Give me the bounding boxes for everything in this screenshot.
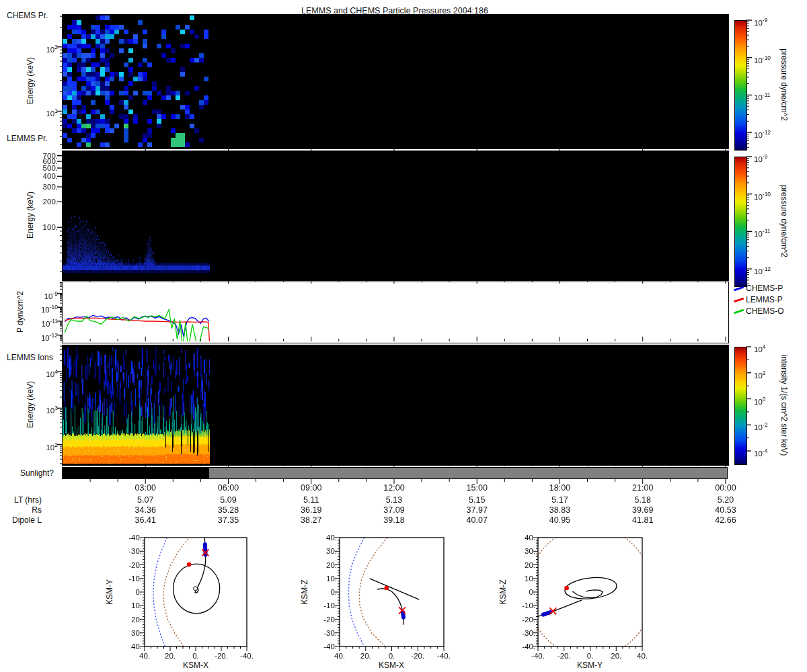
orbit-x-tick-label: -40. xyxy=(417,651,471,661)
colorbar-tick-label: 10-4 xyxy=(754,446,767,456)
orbit-y-tick-label: 10. xyxy=(494,574,535,583)
orbit-x-tick-label: 40. xyxy=(615,651,669,661)
series-chems-o xyxy=(65,310,208,349)
saturn-marker xyxy=(194,587,198,591)
ephemeris-value: 36.19 xyxy=(284,505,338,515)
orbit-y-tick-label: 20. xyxy=(295,560,337,570)
spacecraft-interval-marker xyxy=(403,612,404,617)
orbit-y-tick-label: -30. xyxy=(295,628,337,638)
colorbar-tick-label: 10-12 xyxy=(754,264,771,274)
time-tick-label: 15:00 xyxy=(450,483,504,493)
orbit-y-tick-label: 40. xyxy=(494,533,535,542)
ephemeris-value: 34.36 xyxy=(118,505,172,515)
series-lemms-p xyxy=(65,318,210,349)
orbit-y-tick-label: 30. xyxy=(100,628,142,638)
ephemeris-value: 42.66 xyxy=(699,515,753,525)
orbit-y-tick-label: 40. xyxy=(100,642,142,651)
ephemeris-value: 40.53 xyxy=(699,505,753,515)
ephemeris-value: 5.09 xyxy=(201,495,255,505)
y-axis-tick-label: 10-10 xyxy=(16,302,58,312)
ephemeris-value: 5.20 xyxy=(699,495,753,505)
ephemeris-value: 39.69 xyxy=(616,505,670,515)
y-axis-tick-label: 102 xyxy=(16,440,58,450)
orbit-y-tick-label: 0. xyxy=(494,587,535,597)
orbit-start-marker xyxy=(564,586,569,591)
y-axis-tick-label: 10-12 xyxy=(16,331,58,340)
ephemeris-value: 35.28 xyxy=(201,505,255,515)
orbit-start-marker xyxy=(187,562,192,567)
ephemeris-value: 41.81 xyxy=(616,515,670,525)
colorbar-tick-label: 10-11 xyxy=(754,226,770,236)
y-axis-tick-label: 300. xyxy=(16,182,58,192)
magnetopause xyxy=(359,538,387,646)
orbit-y-tick-label: 10. xyxy=(295,574,337,583)
orbit-y-tick-label: 10. xyxy=(100,601,142,610)
time-tick-label: 21:00 xyxy=(616,483,670,493)
orbit-y-tick-label: -30. xyxy=(100,546,142,556)
ephemeris-value: 39.18 xyxy=(367,515,421,525)
trajectory-ksmx-ksmy-group xyxy=(153,538,220,646)
ephemeris-value: 37.35 xyxy=(201,515,255,525)
ephemeris-value: 40.95 xyxy=(533,515,586,525)
orbit-line xyxy=(370,579,420,599)
orbit-y-tick-label: -20. xyxy=(494,615,535,624)
y-axis-tick-label: 10-11 xyxy=(16,317,58,326)
y-axis-tick-label: 200. xyxy=(16,197,58,206)
time-tick-label: 18:00 xyxy=(533,483,586,493)
orbit-y-tick-label: -30. xyxy=(494,628,535,638)
trajectory-ksmy-ksmz-group xyxy=(528,527,653,657)
ephemeris-value: 5.15 xyxy=(450,495,504,505)
orbit-y-tick-label: -10. xyxy=(295,601,337,610)
orbit-y-tick-label: -40. xyxy=(100,533,142,542)
ephemeris-value: 5.13 xyxy=(367,495,421,505)
orbit-y-tick-label: -10. xyxy=(494,601,535,610)
trajectory-ksmx-ksmz-group xyxy=(348,538,419,646)
colorbar-tick-label: 10-10 xyxy=(754,190,771,199)
pressure-lines-group xyxy=(65,310,210,349)
colorbar-tick-label: 10-2 xyxy=(754,420,767,429)
orbit-y-tick-label: 20. xyxy=(494,560,535,570)
y-axis-tick-label: 101 xyxy=(16,106,58,116)
orbit-frame xyxy=(145,538,247,646)
y-axis-tick-label: 102 xyxy=(16,42,58,52)
ephemeris-value: 5.18 xyxy=(616,495,670,505)
y-axis-tick-label: 10-9 xyxy=(16,289,58,298)
y-axis-tick-label: 104 xyxy=(16,367,58,376)
orbit-inner-loop xyxy=(572,590,603,598)
bow-shock xyxy=(348,538,364,646)
time-tick-label: 06:00 xyxy=(201,483,255,493)
orbit-frame xyxy=(538,538,642,646)
colorbar-tick-label: 102 xyxy=(754,368,766,378)
orbit-y-tick-label: 40. xyxy=(295,533,337,542)
orbit-y-tick-label: 20. xyxy=(100,615,142,624)
vector-overlay xyxy=(0,0,807,672)
colorbar-tick-label: 10-10 xyxy=(754,53,771,62)
orbit-x-tick-label: -40. xyxy=(220,651,274,661)
orbit-y-tick-label: 0. xyxy=(295,587,337,597)
orbit-y-tick-label: 30. xyxy=(295,546,337,556)
orbit-y-tick-label: -10. xyxy=(100,574,142,583)
magnetopause xyxy=(163,539,188,646)
orbit-y-tick-label: -40. xyxy=(295,642,337,651)
magnetopause-ring xyxy=(528,527,653,657)
orbit-y-tick-label: -40. xyxy=(494,642,535,651)
orbit-curve xyxy=(377,589,404,625)
colorbar-tick-label: 10-9 xyxy=(754,15,767,25)
ephemeris-value: 5.17 xyxy=(533,495,586,505)
orbit-ellipse xyxy=(564,575,617,601)
orbit-y-tick-label: -20. xyxy=(100,560,142,570)
ephemeris-value: 38.83 xyxy=(533,505,586,515)
orbit-y-tick-label: -20. xyxy=(295,615,337,624)
ephemeris-value: 5.07 xyxy=(118,495,172,505)
spacecraft-interval-marker xyxy=(543,612,551,615)
ephemeris-value: 38.27 xyxy=(284,515,338,525)
ephemeris-value: 40.07 xyxy=(450,515,504,525)
bow-shock xyxy=(153,538,167,646)
colorbar-tick-label: 104 xyxy=(754,342,766,351)
plot-page: LEMMS and CHEMS Particle Pressures 2004:… xyxy=(0,0,807,672)
orbit-y-tick-label: 30. xyxy=(494,546,535,556)
ephemeris-value: 36.41 xyxy=(118,515,172,525)
ephemeris-value: 5.11 xyxy=(284,495,338,505)
colorbar-tick-label: 10-11 xyxy=(754,90,770,99)
orbit-start-marker xyxy=(384,586,389,591)
